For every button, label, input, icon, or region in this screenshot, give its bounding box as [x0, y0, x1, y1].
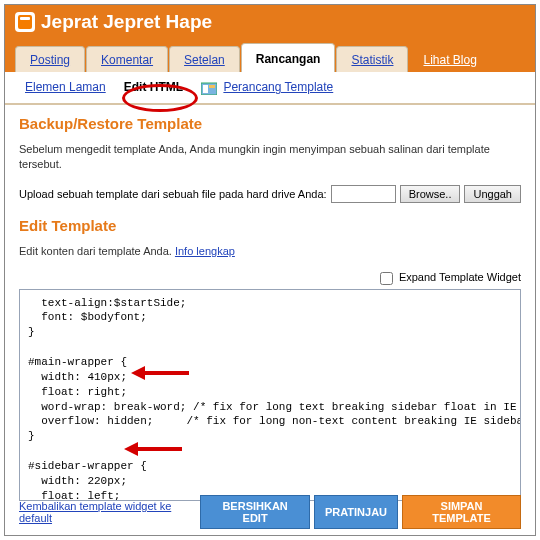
- upload-button[interactable]: Unggah: [464, 185, 521, 203]
- browse-button[interactable]: Browse..: [400, 185, 461, 203]
- tab-komentar[interactable]: Komentar: [86, 46, 168, 72]
- footer: Kembalikan template widget ke default BE…: [19, 495, 521, 529]
- template-designer-icon: [201, 81, 217, 95]
- file-input[interactable]: [331, 185, 396, 203]
- edit-desc-text: Edit konten dari template Anda.: [19, 245, 175, 257]
- header: Jeprat Jepret Hape Posting Komentar Sete…: [5, 5, 535, 72]
- subtab-perancang-template-label: Perancang Template: [223, 80, 333, 94]
- reset-widget-link[interactable]: Kembalikan template widget ke default: [19, 500, 200, 524]
- subtab-perancang-template[interactable]: Perancang Template: [201, 80, 333, 95]
- edit-heading: Edit Template: [19, 217, 521, 234]
- svg-rect-2: [209, 85, 215, 88]
- tab-posting[interactable]: Posting: [15, 46, 85, 72]
- backup-heading: Backup/Restore Template: [19, 115, 521, 132]
- tab-rancangan[interactable]: Rancangan: [241, 43, 336, 72]
- expand-widget-checkbox[interactable]: [380, 272, 393, 285]
- blog-title: Jeprat Jepret Hape: [41, 11, 212, 33]
- expand-widget-label: Expand Template Widget: [399, 271, 521, 283]
- backup-desc: Sebelum mengedit template Anda, Anda mun…: [19, 142, 521, 173]
- template-code-editor[interactable]: text-align:$startSide; font: $bodyfont; …: [19, 289, 521, 501]
- edit-desc: Edit konten dari template Anda. Info len…: [19, 244, 521, 259]
- info-lengkap-link[interactable]: Info lengkap: [175, 245, 235, 257]
- main-tabs: Posting Komentar Setelan Rancangan Stati…: [15, 43, 525, 72]
- upload-label: Upload sebuah template dari sebuah file …: [19, 188, 327, 200]
- blogger-logo-icon: [15, 12, 35, 32]
- clear-edit-button[interactable]: BERSIHKAN EDIT: [200, 495, 310, 529]
- tab-setelan[interactable]: Setelan: [169, 46, 240, 72]
- sub-tabs: Elemen Laman Edit HTML Perancang Templat…: [5, 72, 535, 105]
- svg-rect-1: [203, 85, 208, 93]
- save-template-button[interactable]: SIMPAN TEMPLATE: [402, 495, 521, 529]
- tab-statistik[interactable]: Statistik: [336, 46, 408, 72]
- preview-button[interactable]: PRATINJAU: [314, 495, 398, 529]
- subtab-elemen-laman[interactable]: Elemen Laman: [25, 80, 106, 94]
- subtab-edit-html[interactable]: Edit HTML: [124, 80, 183, 94]
- tab-lihat-blog[interactable]: Lihat Blog: [409, 47, 490, 72]
